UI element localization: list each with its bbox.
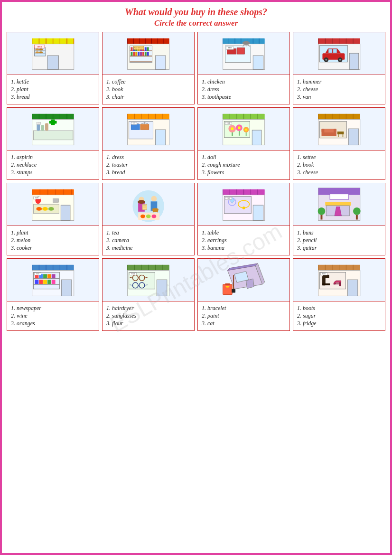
answer-box-1-3: 1. settee2. book3. cheese (293, 151, 385, 179)
answer-item-0-1-2: 3. chair (106, 94, 190, 101)
svg-rect-242 (157, 280, 167, 296)
answer-item-1-3-2: 3. cheese (297, 169, 381, 176)
answer-item-2-0-2: 3. cooker (11, 245, 95, 252)
answer-box-1-2: 1. doll2. cough mixture3. flowers (198, 151, 289, 179)
answer-item-0-2-1: 2. dress (202, 86, 286, 93)
svg-point-13 (35, 49, 39, 51)
page-subtitle: Circle the correct answer (7, 19, 385, 28)
svg-rect-28 (155, 56, 166, 69)
svg-rect-193 (253, 205, 263, 220)
answer-item-0-0-1: 2. plant (11, 86, 95, 93)
answer-box-3-3: 1. boots2. sugar3. fridge (293, 301, 385, 330)
svg-rect-81 (333, 49, 337, 53)
answer-box-1-0: 1. aspirin2. necklace3. stamps (7, 151, 99, 179)
svg-text:€ 8.99: € 8.99 (228, 47, 232, 49)
svg-point-168 (36, 207, 42, 211)
svg-rect-39 (145, 47, 147, 51)
answer-item-2-3-0: 1. buns (297, 229, 381, 236)
svg-point-169 (42, 207, 48, 211)
svg-rect-225 (47, 274, 51, 279)
answer-box-0-3: 1. hammer2. cheese3. van (293, 75, 385, 104)
svg-rect-209 (356, 215, 358, 220)
svg-text:€ 0.44: € 0.44 (131, 273, 135, 275)
svg-point-182 (140, 215, 145, 218)
svg-rect-45 (140, 52, 142, 56)
svg-rect-33 (131, 47, 132, 51)
svg-point-83 (325, 59, 327, 61)
answer-item-3-1-2: 3. flour (106, 320, 190, 327)
answer-item-1-1-1: 2. toaster (106, 161, 190, 169)
answer-item-1-2-1: 2. cough mixture (202, 161, 286, 169)
shop-cell-0-1: New Releases 1. coffee2. book3. chair (102, 32, 195, 104)
svg-rect-204 (330, 194, 348, 200)
shop-cell-1-1: € 15 1. dress2. toaster3. bread (102, 107, 195, 180)
svg-rect-125 (252, 130, 261, 145)
shop-image-shoe: € 0.02 (293, 259, 385, 301)
shop-image-flower: € 8.99 (198, 108, 289, 151)
svg-rect-152 (337, 132, 344, 134)
answer-item-3-2-0: 1. bracelet (202, 305, 286, 312)
svg-rect-46 (142, 52, 144, 56)
svg-point-15 (35, 52, 39, 54)
answer-box-0-2: 1. chicken2. dress3. toothpaste (198, 75, 289, 104)
page-title: What would you buy in these shops? (7, 7, 385, 18)
svg-point-208 (353, 207, 361, 215)
answer-item-1-3-0: 1. settee (297, 154, 381, 161)
answer-box-2-3: 1. buns2. pencil3. guitar (293, 226, 385, 255)
shop-cell-0-2: € 8.99 1. chicken2. dress3. toothpaste (197, 32, 290, 104)
svg-rect-9 (47, 56, 58, 69)
svg-rect-42 (133, 52, 135, 56)
svg-rect-86 (349, 54, 359, 70)
shop-cell-1-2: € 8.99 1. doll2. cough mixture3. flowers (197, 107, 290, 180)
answer-item-1-0-1: 2. necklace (11, 161, 95, 169)
answer-item-0-3-1: 2. cheese (297, 86, 381, 93)
answer-item-0-2-0: 1. chicken (202, 78, 286, 85)
shop-image-fruit: € 0.99 (7, 183, 99, 226)
answer-item-0-2-2: 3. toothpaste (202, 94, 286, 101)
answer-box-0-0: 1. kettle2. plant3. bread (7, 75, 99, 104)
svg-point-133 (238, 127, 241, 130)
row-2: € 0.99 1. plant2. melon3. cooker (7, 183, 385, 255)
svg-rect-230 (47, 280, 51, 284)
svg-rect-111 (155, 130, 166, 145)
svg-rect-231 (52, 280, 56, 284)
shop-image-jewellery: € 0.01 (198, 183, 289, 226)
svg-rect-203 (325, 202, 351, 206)
svg-rect-47 (145, 52, 147, 56)
svg-point-179 (151, 196, 157, 202)
answer-box-0-1: 1. coffee2. book3. chair (103, 75, 194, 104)
shop-cell-0-3: 1. hammer2. cheese3. van (293, 32, 385, 104)
shop-image-furniture (293, 108, 385, 151)
answer-box-3-1: 1. hairdryer2. sunglasses3. flour (103, 301, 194, 330)
svg-rect-100 (45, 123, 48, 131)
answer-item-3-0-2: 3. oranges (11, 320, 95, 327)
shop-cell-2-3: 1. buns2. pencil3. guitar (293, 183, 385, 255)
svg-rect-171 (53, 199, 59, 203)
svg-rect-262 (225, 283, 230, 285)
svg-rect-264 (232, 289, 235, 293)
answer-box-2-0: 1. plant2. melon3. cooker (7, 226, 99, 255)
shop-cell-2-0: € 0.99 1. plant2. melon3. cooker (7, 183, 99, 255)
svg-rect-146 (348, 129, 359, 145)
answer-item-2-3-1: 2. pencil (297, 237, 381, 244)
svg-point-265 (225, 286, 229, 288)
svg-rect-63 (237, 48, 245, 55)
answer-item-2-1-2: 3. medicine (106, 245, 190, 252)
answer-item-0-1-0: 1. coffee (106, 78, 190, 85)
answer-box-3-2: 1. bracelet2. paint3. cat (198, 301, 289, 330)
svg-rect-44 (138, 52, 140, 56)
answer-item-1-3-1: 2. book (297, 161, 381, 169)
svg-point-183 (146, 215, 151, 218)
answer-box-3-0: 1. newspaper2. wine3. oranges (7, 301, 99, 330)
shop-cell-2-1: 1. tea2. camera3. medicine (102, 183, 195, 255)
svg-rect-151 (334, 129, 336, 137)
answer-item-3-2-2: 3. cat (202, 320, 286, 327)
answer-item-3-0-1: 2. wine (11, 312, 95, 320)
svg-point-66 (243, 41, 250, 45)
answer-item-2-2-1: 2. earrings (202, 237, 286, 244)
shop-image-pharmacy: € 5 (7, 108, 99, 151)
answer-box-2-1: 1. tea2. camera3. medicine (103, 226, 194, 255)
svg-marker-260 (246, 279, 254, 289)
answer-item-2-0-0: 1. plant (11, 229, 95, 236)
svg-rect-60 (253, 56, 263, 69)
